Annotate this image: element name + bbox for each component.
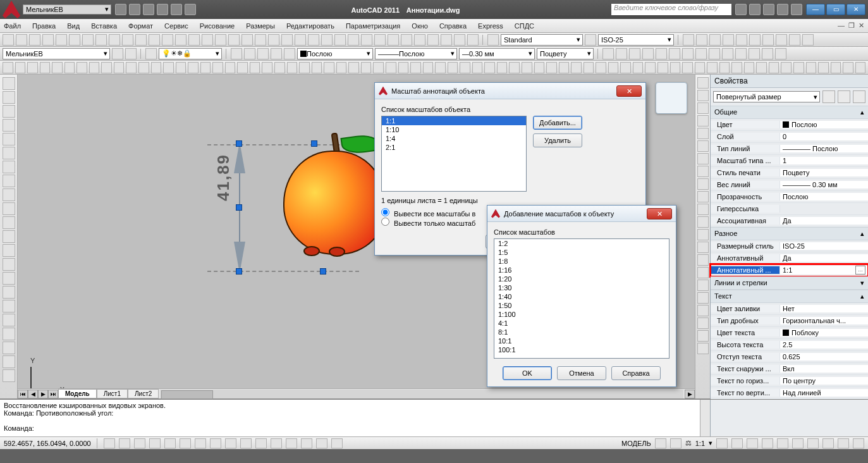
toolbar-button[interactable] [200,62,211,73]
toolbar-button[interactable] [3,34,14,46]
toolbar-button[interactable] [202,34,213,46]
toolbar-button[interactable] [735,48,747,59]
scroll-right-button[interactable]: ▶ [685,390,695,398]
toolbar-button[interactable] [27,62,38,73]
toolbar-button[interactable] [656,48,667,59]
toolbar-button[interactable] [775,48,786,59]
toolbar-button[interactable] [271,48,282,59]
minimize-button[interactable]: — [806,4,825,15]
status-toggle-button[interactable] [286,438,297,448]
toolbar-button[interactable] [616,48,627,59]
status-toggle-button[interactable] [134,438,145,448]
draw-tool-button[interactable] [3,369,15,382]
status-toggle-button[interactable] [316,438,327,448]
utility-button[interactable] [697,90,709,101]
toolbar-button[interactable] [719,62,730,73]
view-cube[interactable] [656,82,687,114]
menu-dimension[interactable]: Размеры [246,22,275,30]
utility-button[interactable] [697,267,709,278]
status-button[interactable] [853,438,864,448]
tab-next-button[interactable]: ▶ [38,390,48,398]
toolbar-button[interactable] [149,34,160,46]
dim-style-dropdown[interactable]: ISO-25 [598,34,674,46]
menu-window[interactable]: Окно [412,22,428,30]
dialog-cancel-button[interactable]: Отмена [557,366,606,380]
maximize-button[interactable]: ▭ [826,4,845,15]
toolbar-button[interactable] [162,34,173,46]
menu-parametric[interactable]: Параметризация [346,22,400,30]
toolbar-button[interactable] [257,48,269,59]
toolbar-button[interactable] [749,34,761,46]
toolbar-button[interactable] [776,34,787,46]
qat-print-icon[interactable] [185,4,196,15]
color-dropdown[interactable]: Послою [297,48,373,59]
show-all-scales-radio[interactable]: Вывести все масштабы в [381,210,475,218]
status-toggle-button[interactable] [255,438,267,448]
qat-redo-icon[interactable] [171,4,182,15]
toolbar-button[interactable] [620,62,631,73]
status-button[interactable] [838,438,849,448]
status-toggle-button[interactable] [271,438,282,448]
scale-list-item[interactable]: 1:50 [494,301,669,310]
property-row[interactable]: Вес линий———— 0.30 мм [711,179,868,191]
utility-button[interactable] [697,140,709,152]
category-text[interactable]: Текст▴ [711,290,868,303]
show-selected-scale-radio[interactable]: Вывести только масштаб [381,219,475,227]
status-toggle-button[interactable] [225,438,236,448]
toolbar-button[interactable] [831,62,841,73]
property-row[interactable]: Цвет текстаПоблоку [711,327,868,339]
toolbar-button[interactable] [596,62,606,73]
toolbar-button[interactable] [250,62,260,73]
property-row[interactable]: Гиперссылка [711,203,868,215]
property-row[interactable]: Текст снаружи ...Вкл [711,363,868,375]
draw-tool-button[interactable] [3,314,15,326]
status-toggle-button[interactable] [119,438,130,448]
toolbar-button[interactable] [709,48,720,59]
status-button[interactable] [655,438,666,448]
toolbar-button[interactable] [633,62,644,73]
toolbar-button[interactable] [855,62,866,73]
toolbar-button[interactable] [287,62,298,73]
draw-tool-button[interactable] [3,300,15,312]
scale-list-item[interactable]: 1:4 [382,134,526,143]
help-icon[interactable] [791,4,802,15]
toolbar-button[interactable] [268,34,279,46]
toolbar-button[interactable] [423,62,434,73]
draw-tool-button[interactable] [3,91,15,104]
status-button[interactable] [747,438,758,448]
toolbar-button[interactable] [736,34,747,46]
menu-express[interactable]: Express [478,22,503,30]
toolbar-button[interactable] [255,34,266,46]
doc-close-icon[interactable]: ✕ [859,22,864,30]
lineweight-dropdown[interactable]: — 0.30 мм [459,48,535,59]
scale-list-item[interactable]: 1:2 [494,239,669,248]
toolbar-button[interactable] [657,62,668,73]
toolbar-button[interactable] [228,34,240,46]
toolbar-button[interactable] [40,62,51,73]
toolbar-button[interactable] [324,62,334,73]
pickadd-button[interactable] [853,90,865,103]
property-row[interactable]: Тип линий———— Послою [711,143,868,155]
toolbar-button[interactable] [695,48,707,59]
layer-state-dropdown[interactable]: 💡☀❄🔒 [159,48,222,59]
toolbar-button[interactable] [441,34,452,46]
status-toggle-button[interactable] [331,438,343,448]
toolbar-button[interactable] [749,48,760,59]
toolbar-button[interactable] [101,62,112,73]
favorite-icon[interactable] [777,4,788,15]
toolbar-button[interactable] [683,34,694,46]
status-toggle-button[interactable] [195,438,206,448]
utility-button[interactable] [697,280,709,291]
linetype-dropdown[interactable]: ——— Послою [375,48,457,59]
dialog-close-button[interactable]: ✕ [647,208,672,219]
doc-restore-icon[interactable]: ❐ [848,22,855,30]
toolbar-button[interactable] [348,62,359,73]
toolbar-button[interactable] [467,34,479,46]
object-scales-listbox[interactable]: 1:11:101:42:1 [381,116,527,192]
status-button[interactable] [807,438,819,448]
workspace-dropdown[interactable]: МельникЕВ [23,4,111,15]
toolbar-button[interactable] [89,62,100,73]
toolbar-button[interactable] [435,62,446,73]
layer-prev-icon[interactable] [112,48,123,59]
toolbar-button[interactable] [756,62,767,73]
